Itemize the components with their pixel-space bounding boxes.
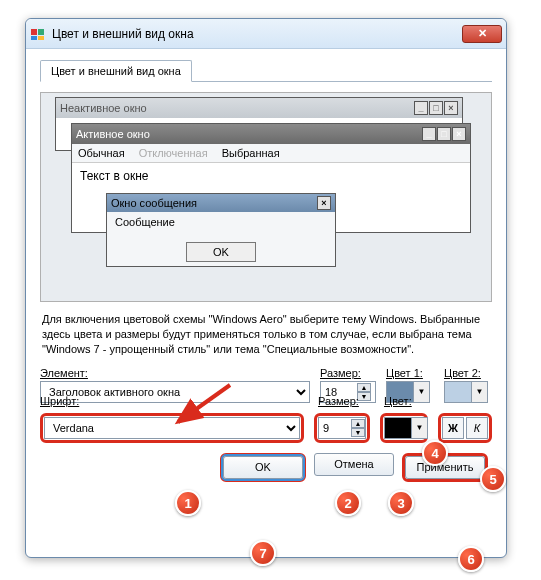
- element-size-spinner[interactable]: ▲▼: [320, 381, 376, 403]
- description-text: Для включения цветовой схемы "Windows Ae…: [42, 312, 490, 357]
- label-color1: Цвет 1:: [386, 367, 434, 379]
- font-color-swatch: [385, 418, 411, 438]
- app-icon: [30, 26, 46, 42]
- italic-button[interactable]: К: [466, 417, 488, 439]
- apply-button[interactable]: Применить: [405, 456, 485, 479]
- tab-strip: Цвет и внешний вид окна: [40, 59, 492, 82]
- chevron-down-icon: ▼: [411, 418, 427, 438]
- element-select[interactable]: Заголовок активного окна: [40, 381, 310, 403]
- svg-rect-3: [38, 36, 44, 40]
- font-select[interactable]: Verdana: [44, 417, 300, 439]
- color2-picker[interactable]: ▼: [444, 381, 488, 403]
- label-size: Размер:: [320, 367, 376, 379]
- preview-message-box: Окно сообщения × Сообщение OK: [106, 193, 336, 267]
- close-icon: ✕: [478, 27, 487, 40]
- label-color2: Цвет 2:: [444, 367, 492, 379]
- svg-rect-2: [31, 36, 37, 40]
- menu-selected[interactable]: Выбранная: [222, 147, 280, 159]
- message-box-titlebar: Окно сообщения ×: [107, 194, 335, 212]
- active-window-title: Активное окно: [76, 128, 150, 140]
- bold-button[interactable]: Ж: [442, 417, 464, 439]
- window-title: Цвет и внешний вид окна: [52, 27, 462, 41]
- spin-up-icon[interactable]: ▲: [351, 419, 365, 428]
- chevron-down-icon: ▼: [413, 382, 429, 402]
- inactive-window-titlebar: Неактивное окно _ □ ×: [56, 98, 462, 118]
- message-box-title: Окно сообщения: [111, 197, 197, 209]
- tab-color-appearance[interactable]: Цвет и внешний вид окна: [40, 60, 192, 82]
- font-color-picker[interactable]: ▼: [384, 417, 428, 439]
- label-element: Элемент:: [40, 367, 310, 379]
- chevron-down-icon: ▼: [471, 382, 487, 402]
- svg-rect-1: [38, 29, 44, 35]
- close-button[interactable]: ✕: [462, 25, 502, 43]
- spin-down-icon[interactable]: ▼: [357, 392, 371, 401]
- color1-swatch: [387, 382, 413, 402]
- preview-area: Неактивное окно _ □ × Активное окно _ □ …: [40, 92, 492, 302]
- spin-up-icon[interactable]: ▲: [357, 383, 371, 392]
- cancel-button[interactable]: Отмена: [314, 453, 394, 476]
- font-size-spinner[interactable]: ▲▼: [318, 417, 366, 439]
- close-icon[interactable]: ×: [444, 101, 458, 115]
- minimize-icon[interactable]: _: [422, 127, 436, 141]
- close-icon[interactable]: ×: [317, 196, 331, 210]
- dialog-window: Цвет и внешний вид окна ✕ Цвет и внешний…: [25, 18, 507, 558]
- close-icon[interactable]: ×: [452, 127, 466, 141]
- maximize-icon[interactable]: □: [429, 101, 443, 115]
- menu-normal[interactable]: Обычная: [78, 147, 125, 159]
- active-window-titlebar: Активное окно _ □ ×: [72, 124, 470, 144]
- message-box-ok-button[interactable]: OK: [186, 242, 256, 262]
- color1-picker[interactable]: ▼: [386, 381, 430, 403]
- element-size-input[interactable]: [325, 386, 353, 398]
- font-size-input[interactable]: [323, 422, 351, 434]
- ok-button[interactable]: OK: [223, 456, 303, 479]
- svg-rect-0: [31, 29, 37, 35]
- message-box-body: Сообщение: [107, 212, 335, 236]
- spin-down-icon[interactable]: ▼: [351, 428, 365, 437]
- preview-menubar: Обычная Отключенная Выбранная: [72, 144, 470, 163]
- titlebar: Цвет и внешний вид окна ✕: [26, 19, 506, 49]
- menu-disabled: Отключенная: [139, 147, 208, 159]
- minimize-icon[interactable]: _: [414, 101, 428, 115]
- inactive-window-title: Неактивное окно: [60, 102, 147, 114]
- color2-swatch: [445, 382, 471, 402]
- maximize-icon[interactable]: □: [437, 127, 451, 141]
